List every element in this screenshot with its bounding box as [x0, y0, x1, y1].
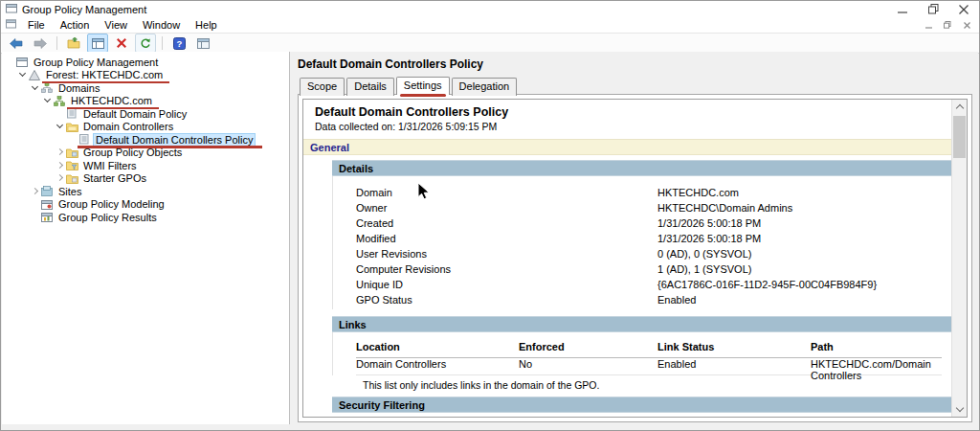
detail-value: 1/31/2026 5:00:18 PM: [657, 233, 951, 244]
toolbar-separator: [56, 36, 57, 50]
section-security-filtering[interactable]: Security Filtering: [332, 397, 951, 413]
links-header: Location: [356, 341, 519, 352]
tree-item-label[interactable]: Group Policy Modeling: [56, 198, 167, 210]
forward-icon[interactable]: [30, 34, 51, 53]
detail-value: Enabled: [657, 294, 951, 306]
tree-item-label[interactable]: Starter GPOs: [80, 172, 149, 184]
tree-item-label[interactable]: HKTECHDC.com: [68, 95, 155, 106]
details-rows: DomainHKTECHDC.comOwnerHKTECHDC\Domain A…: [332, 176, 951, 309]
detail-row: GPO StatusEnabled: [356, 294, 951, 309]
expander-open-icon[interactable]: [31, 83, 40, 93]
tree-item-label[interactable]: Sites: [56, 186, 84, 197]
detail-row: DomainHKTECHDC.com: [356, 187, 951, 202]
detail-row: Modified1/31/2026 5:00:18 PM: [356, 233, 951, 248]
tree-item-label[interactable]: Domains: [56, 82, 102, 94]
folder-starter-icon: [65, 172, 78, 184]
scrollbar-thumb[interactable]: [953, 116, 966, 158]
scroll-up-icon[interactable]: [952, 100, 967, 114]
detail-row: Unique ID{6AC1786C-016F-11D2-945F-00C04F…: [356, 279, 951, 294]
report-title: Default Domain Controllers Policy: [315, 105, 940, 119]
title-bar: Group Policy Management: [1, 1, 979, 17]
folder-dc-icon: [65, 121, 78, 132]
tree-item-label[interactable]: Default Domain Policy: [80, 108, 189, 120]
links-header: Link Status: [657, 341, 811, 352]
menu-help[interactable]: Help: [188, 18, 225, 32]
menu-window[interactable]: Window: [135, 18, 188, 32]
expander-spacer: [6, 57, 15, 67]
menu-bar: FileActionViewWindowHelp: [1, 17, 979, 34]
expander-closed-icon[interactable]: [56, 147, 65, 157]
toolbar: ?: [1, 34, 979, 54]
detail-label: Owner: [356, 202, 657, 214]
tree-row: Forest: HKTECHDC.com: [2, 69, 289, 82]
detail-value: 1/31/2026 5:00:18 PM: [657, 217, 951, 229]
detail-row: Created1/31/2026 5:00:18 PM: [356, 217, 951, 233]
report-body: Default Domain Controllers Policy Data c…: [303, 100, 951, 417]
toolbar-separator: [162, 36, 163, 50]
detail-row: User Revisions0 (AD), 0 (SYSVOL): [356, 248, 951, 263]
child-window-controls: [922, 19, 979, 31]
restore-button[interactable]: [918, 1, 948, 17]
report-scrollbar[interactable]: [951, 100, 967, 417]
new-window-icon[interactable]: [192, 34, 213, 53]
delete-icon[interactable]: [111, 34, 132, 53]
section-links[interactable]: Links: [332, 316, 951, 332]
tab-delegation[interactable]: Delegation: [452, 78, 518, 96]
console-tree: Group Policy ManagementForest: HKTECHDC.…: [2, 52, 290, 424]
expander-closed-icon[interactable]: [31, 187, 40, 196]
close-button[interactable]: [948, 1, 979, 17]
expander-open-icon[interactable]: [18, 70, 28, 79]
links-cell: Enabled: [657, 358, 811, 370]
menu-action[interactable]: Action: [53, 18, 98, 32]
child-restore-button[interactable]: [941, 19, 954, 31]
detail-value: 1 (AD), 1 (SYSVOL): [657, 263, 951, 275]
tree-item-label[interactable]: Default Domain Controllers Policy: [93, 133, 256, 147]
section-general[interactable]: General: [303, 139, 951, 155]
tab-settings[interactable]: Settings: [396, 77, 450, 95]
tree-row: Domain Controllers: [2, 121, 289, 134]
tree-item-label[interactable]: Forest: HKTECHDC.com: [43, 69, 166, 80]
tree-row: Group Policy Results: [2, 211, 289, 224]
child-minimize-button[interactable]: [922, 19, 935, 31]
show-console-tree-icon[interactable]: [87, 34, 108, 53]
gpo-icon: [65, 108, 78, 120]
tree-item-label[interactable]: Group Policy Results: [56, 212, 160, 223]
expander-open-icon[interactable]: [56, 122, 65, 131]
links-header-row: LocationEnforcedLink StatusPath: [356, 341, 942, 358]
links-cell: HKTECHDC.com/Domain Controllers: [811, 358, 942, 381]
links-header: Enforced: [519, 341, 657, 352]
links-table: LocationEnforcedLink StatusPathDomain Co…: [332, 332, 951, 375]
forest-icon: [28, 69, 41, 80]
menu-file[interactable]: File: [20, 18, 53, 32]
refresh-icon[interactable]: [135, 34, 156, 53]
tree-row: HKTECHDC.com: [2, 95, 289, 108]
modeling-icon: [40, 198, 54, 210]
console-child-icon: [6, 19, 16, 31]
help-icon[interactable]: ?: [168, 34, 189, 53]
expander-closed-icon[interactable]: [56, 161, 65, 170]
tree-item-label[interactable]: WMI Filters: [80, 160, 140, 171]
tree-item-label[interactable]: Group Policy Management: [31, 57, 161, 68]
scroll-down-icon[interactable]: [952, 402, 967, 417]
detail-label: User Revisions: [356, 248, 657, 260]
menu-view[interactable]: View: [97, 18, 135, 32]
back-icon[interactable]: [6, 34, 27, 53]
expander-closed-icon[interactable]: [56, 173, 65, 183]
gpmc-window: Group Policy Management FileActionViewWi…: [0, 0, 980, 431]
tab-scope[interactable]: Scope: [300, 78, 345, 96]
expander-spacer: [56, 109, 65, 119]
domain-icon: [53, 95, 66, 106]
tree-item-label[interactable]: Domain Controllers: [80, 121, 176, 132]
minimize-button[interactable]: [887, 1, 918, 17]
tree-item-label[interactable]: Group Policy Objects: [80, 147, 185, 158]
tab-details[interactable]: Details: [346, 78, 394, 96]
detail-label: Domain: [356, 187, 657, 198]
expander-open-icon[interactable]: [43, 96, 53, 105]
export-list-icon[interactable]: [63, 34, 84, 53]
links-data-row: Domain ControllersNoEnabledHKTECHDC.com/…: [356, 358, 942, 375]
section-details[interactable]: Details: [332, 160, 951, 176]
gpo-title: Default Domain Controllers Policy: [298, 57, 972, 71]
child-close-button[interactable]: [960, 19, 973, 31]
tree-row: Starter GPOs: [2, 172, 289, 186]
detail-value: {6AC1786C-016F-11D2-945F-00C04FB984F9}: [657, 279, 951, 290]
